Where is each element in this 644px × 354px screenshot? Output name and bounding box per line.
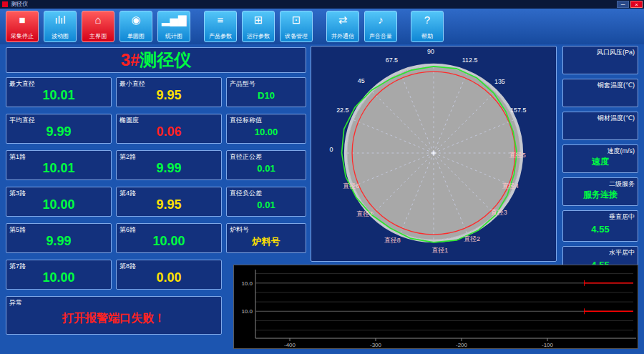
svg-text:直径4: 直径4: [502, 182, 519, 190]
field-product-model: 产品型号 D10: [226, 77, 306, 107]
field-nominal-diameter: 直径标称值 10.00: [226, 114, 306, 144]
svg-text:45: 45: [358, 77, 365, 84]
svg-text:0: 0: [329, 146, 333, 153]
trend-chart: -400-300-200-10010.010.0: [234, 265, 638, 348]
svg-text:90: 90: [427, 48, 434, 55]
svg-text:-200: -200: [456, 342, 468, 348]
field-vertical-centering: 垂直居中 4.55: [562, 210, 638, 242]
svg-text:直径7: 直径7: [356, 210, 373, 217]
waveform-icon: ılıl: [55, 14, 66, 26]
toolbar-button-product-params[interactable]: ≡ 产品参数: [204, 11, 237, 42]
field-min-diameter: 最小直径 9.95: [116, 77, 222, 107]
svg-text:10.0: 10.0: [241, 280, 253, 287]
toolbar-button-statistics[interactable]: ▂▅▇ 统计图: [157, 11, 190, 42]
app-icon: [2, 1, 8, 7]
close-button[interactable]: ×: [630, 1, 643, 8]
gauge-title-name: 测径仪: [140, 49, 191, 72]
field-tuyere-pressure: 风口风压(Pa): [562, 46, 638, 74]
trend-chart-panel: -400-300-200-10010.010.0: [233, 265, 638, 349]
field-copper-material-temp: 铜材温度(℃): [562, 112, 638, 140]
field-plus-tolerance: 直径正公差 0.01: [226, 150, 306, 180]
product-params-icon: ≡: [218, 14, 224, 26]
svg-text:10.0: 10.0: [241, 308, 253, 315]
toolbar-button-help[interactable]: ? 帮助: [411, 11, 444, 42]
field-path-5: 第5路 9.99: [6, 223, 112, 253]
svg-text:直径2: 直径2: [464, 235, 480, 242]
home-icon: ⌂: [94, 14, 101, 26]
communication-icon: ⇄: [338, 14, 348, 26]
help-icon: ?: [424, 14, 430, 26]
gauge-title-prefix: 3#: [121, 50, 140, 70]
titlebar: 测径仪 ─ ×: [0, 0, 644, 9]
field-path-1: 第1路 10.01: [6, 150, 112, 180]
svg-text:112.5: 112.5: [462, 56, 478, 64]
svg-text:-300: -300: [370, 342, 382, 348]
field-max-diameter: 最大直径 10.01: [6, 77, 112, 107]
toolbar: ■ 采集停止 ılıl 波动图 ⌂ 主界面 ◉ 单圆图 ▂▅▇ 统计图 ≡ 产品…: [0, 9, 644, 44]
svg-text:-100: -100: [542, 342, 554, 348]
window-title: 测径仪: [11, 0, 28, 9]
field-path-4: 第4路 9.95: [116, 187, 222, 217]
stop-icon: ■: [19, 14, 25, 26]
svg-text:直径1: 直径1: [432, 247, 449, 254]
toolbar-button-circle-chart[interactable]: ◉ 单圆图: [119, 11, 152, 42]
svg-text:-400: -400: [284, 342, 296, 348]
minimize-button[interactable]: ─: [617, 1, 629, 8]
svg-text:直径5: 直径5: [509, 152, 526, 159]
field-path-2: 第2路 9.99: [116, 150, 222, 180]
alarm-status: 异常 打开报警端口失败！: [6, 296, 222, 335]
toolbar-button-device-manage[interactable]: ⊡ 设备管理: [280, 11, 313, 42]
circle-chart-icon: ◉: [131, 14, 140, 26]
svg-text:直径8: 直径8: [384, 237, 401, 244]
field-speed: 速度(m/s) 速度: [562, 144, 638, 173]
field-batch-number: 炉料号 炉料号: [226, 223, 306, 253]
field-path-8: 第8路 0.00: [116, 260, 222, 290]
svg-text:22.5: 22.5: [336, 107, 348, 114]
sound-icon: ♪: [378, 14, 384, 26]
field-path-3: 第3路 10.00: [6, 187, 112, 217]
field-path-7: 第7路 10.00: [6, 260, 112, 290]
svg-text:135: 135: [494, 78, 505, 85]
field-avg-diameter: 平均直径 9.99: [6, 114, 112, 144]
device-icon: ⊡: [292, 14, 301, 26]
toolbar-button-run-params[interactable]: ⊞ 运行参数: [242, 11, 275, 42]
svg-text:直径3: 直径3: [491, 209, 507, 216]
svg-text:157.5: 157.5: [510, 107, 526, 114]
field-copper-sleeve-temp: 铜套温度(℃): [562, 79, 638, 107]
toolbar-button-external-comm[interactable]: ⇄ 井外通信: [326, 11, 359, 42]
gauge-title: 3# 测径仪: [6, 47, 306, 73]
field-ovality: 椭圆度 0.06: [116, 114, 222, 144]
toolbar-button-wave-chart[interactable]: ılıl 波动图: [44, 11, 77, 42]
diameter-gauge-app: 测径仪 ─ × ■ 采集停止 ılıl 波动图 ⌂ 主界面 ◉ 单圆图 ▂▅▇ …: [0, 0, 644, 354]
svg-text:67.5: 67.5: [386, 56, 398, 64]
polar-chart-panel: 90112.5135157.567.54522.50直径5直径4直径3直径2直径…: [311, 46, 557, 262]
toolbar-button-stop-capture[interactable]: ■ 采集停止: [6, 11, 39, 42]
field-secondary-service: 二级服务 服务连接: [562, 177, 638, 206]
svg-text:直径6: 直径6: [343, 182, 359, 190]
run-params-icon: ⊞: [254, 14, 263, 26]
polar-chart: 90112.5135157.567.54522.50直径5直径4直径3直径2直径…: [311, 46, 556, 261]
field-path-6: 第6路 10.00: [116, 223, 222, 253]
field-minus-tolerance: 直径负公差 0.01: [226, 187, 306, 217]
toolbar-button-main-screen[interactable]: ⌂ 主界面: [82, 11, 114, 42]
toolbar-button-sound-volume[interactable]: ♪ 声音音量: [364, 11, 397, 42]
bar-chart-icon: ▂▅▇: [162, 14, 187, 26]
